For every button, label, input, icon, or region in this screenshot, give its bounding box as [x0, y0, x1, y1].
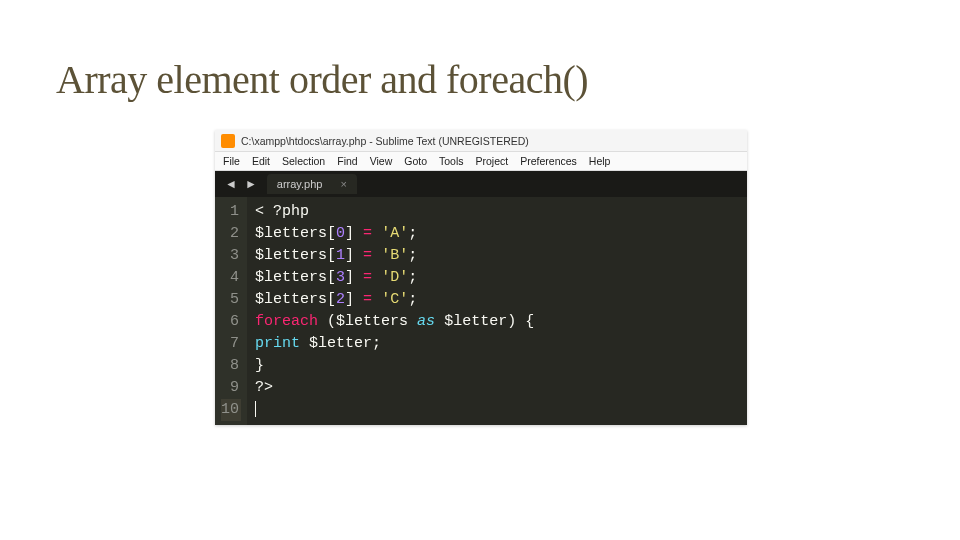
line-number: 6: [221, 311, 239, 333]
window-title: C:\xampp\htdocs\array.php - Sublime Text…: [241, 135, 529, 147]
line-number: 10: [221, 399, 241, 421]
code-area[interactable]: 1 2 3 4 5 6 7 8 9 10 < ?php $letters[0] …: [215, 197, 747, 425]
menu-selection[interactable]: Selection: [282, 155, 325, 167]
menu-view[interactable]: View: [370, 155, 393, 167]
line-number: 4: [221, 267, 239, 289]
menu-project[interactable]: Project: [476, 155, 509, 167]
menu-bar: File Edit Selection Find View Goto Tools…: [215, 152, 747, 171]
line-number: 3: [221, 245, 239, 267]
code-content[interactable]: < ?php $letters[0] = 'A'; $letters[1] = …: [247, 197, 747, 425]
line-number: 2: [221, 223, 239, 245]
menu-tools[interactable]: Tools: [439, 155, 464, 167]
text-cursor: [255, 401, 256, 417]
line-number: 8: [221, 355, 239, 377]
nav-prev-icon[interactable]: ◄: [221, 177, 241, 191]
tab-row: ◄ ► array.php ×: [215, 171, 747, 197]
tab-label: array.php: [277, 178, 323, 190]
line-number: 1: [221, 201, 239, 223]
nav-next-icon[interactable]: ►: [241, 177, 261, 191]
line-gutter: 1 2 3 4 5 6 7 8 9 10: [215, 197, 247, 425]
menu-edit[interactable]: Edit: [252, 155, 270, 167]
menu-help[interactable]: Help: [589, 155, 611, 167]
slide-title: Array element order and foreach(): [56, 56, 588, 103]
line-number: 5: [221, 289, 239, 311]
sublime-app-icon: [221, 134, 235, 148]
tab-array-php[interactable]: array.php ×: [267, 174, 357, 194]
editor-window: C:\xampp\htdocs\array.php - Sublime Text…: [215, 130, 747, 425]
window-titlebar: C:\xampp\htdocs\array.php - Sublime Text…: [215, 130, 747, 152]
close-icon[interactable]: ×: [340, 178, 346, 190]
menu-goto[interactable]: Goto: [404, 155, 427, 167]
menu-find[interactable]: Find: [337, 155, 357, 167]
line-number: 9: [221, 377, 239, 399]
menu-preferences[interactable]: Preferences: [520, 155, 577, 167]
line-number: 7: [221, 333, 239, 355]
menu-file[interactable]: File: [223, 155, 240, 167]
